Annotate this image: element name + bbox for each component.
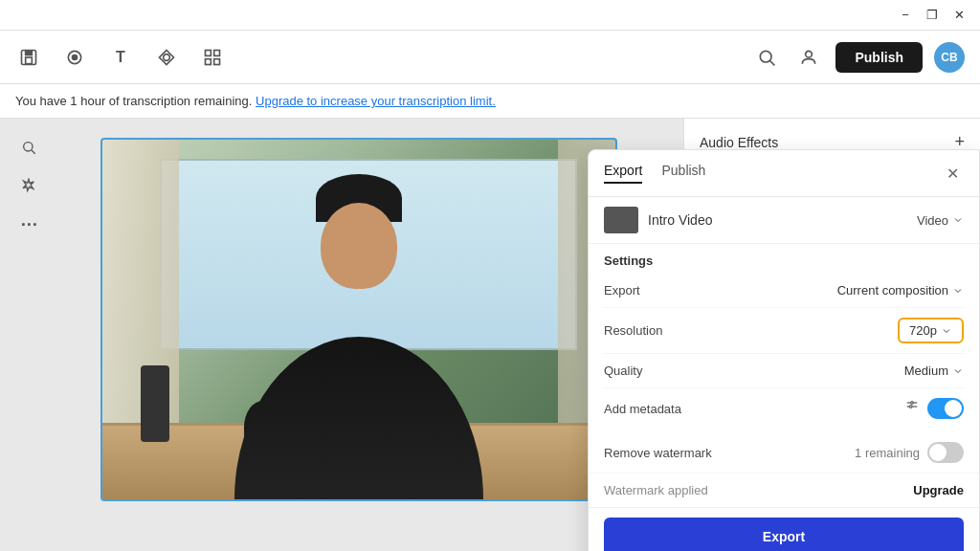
export-tabs: Export Publish [604, 163, 705, 184]
svg-rect-7 [214, 50, 220, 55]
video-thumbnail [604, 207, 638, 233]
quality-value: Medium [904, 364, 948, 378]
metadata-settings-icon[interactable] [904, 399, 920, 418]
video-item-row: Intro Video Video [589, 197, 979, 244]
video-item-name: Intro Video [648, 212, 712, 228]
watermark-applied-label: Watermark applied [604, 483, 708, 497]
svg-rect-6 [206, 50, 212, 55]
metadata-setting-row: Add metadata [604, 388, 964, 429]
minimize-button[interactable]: − [892, 2, 919, 29]
watermark-remaining: 1 remaining [855, 446, 920, 460]
watermark-value: 1 remaining [855, 442, 964, 463]
video-type-label: Video [917, 213, 948, 228]
search-icon[interactable] [751, 42, 782, 73]
quality-label: Quality [604, 364, 642, 378]
notification-bar: You have 1 hour of transcription remaini… [0, 84, 980, 119]
shapes-icon[interactable] [153, 44, 180, 71]
quality-dropdown[interactable]: Medium [904, 364, 964, 378]
main-content: You have 1 hour of transcription remaini… [0, 84, 980, 551]
resolution-label: Resolution [604, 323, 662, 338]
title-bar: − ❐ ✕ [0, 0, 980, 31]
export-setting-row: Export Current composition [604, 274, 964, 308]
close-button[interactable]: ✕ [946, 2, 972, 29]
svg-rect-9 [214, 58, 220, 64]
svg-rect-1 [25, 50, 33, 55]
svg-rect-2 [26, 57, 33, 64]
video-frame-wrapper [46, 130, 672, 509]
metadata-toggle[interactable] [927, 398, 964, 419]
resolution-setting-row: Resolution 720p [604, 308, 964, 354]
panel-close-button[interactable]: ✕ [941, 162, 964, 185]
export-panel-header: Export Publish ✕ [589, 150, 979, 197]
resolution-value: 720p [909, 323, 937, 338]
maximize-button[interactable]: ❐ [919, 2, 946, 29]
more-canvas-icon[interactable]: ⋯ [15, 210, 42, 237]
upgrade-button[interactable]: Upgrade [913, 483, 964, 497]
svg-point-13 [24, 143, 33, 151]
svg-point-10 [761, 51, 772, 62]
resolution-dropdown[interactable]: 720p [898, 318, 964, 343]
magic-canvas-icon[interactable] [15, 172, 42, 199]
settings-title: Settings [604, 253, 964, 268]
record-icon[interactable] [61, 44, 88, 71]
watermark-label: Remove watermark [604, 446, 712, 460]
text-icon[interactable]: T [107, 44, 134, 71]
watermark-row: Remove watermark 1 remaining [589, 432, 979, 474]
export-label: Export [604, 283, 640, 298]
export-value-dropdown[interactable]: Current composition [837, 283, 964, 298]
settings-section: Settings Export Current composition Reso… [589, 244, 979, 432]
svg-point-12 [806, 51, 813, 57]
publish-button[interactable]: Publish [835, 42, 923, 73]
save-icon[interactable] [15, 44, 42, 71]
person-head [321, 203, 397, 289]
watermark-applied-row: Watermark applied Upgrade [589, 474, 979, 508]
profile-icon[interactable] [793, 42, 824, 73]
svg-point-4 [72, 54, 78, 60]
grid-icon[interactable] [199, 44, 226, 71]
svg-line-11 [770, 60, 775, 65]
side-toolbar: ⋯ [11, 130, 46, 241]
svg-rect-8 [206, 58, 212, 64]
audio-effects-label: Audio Effects [700, 135, 778, 150]
main-toolbar: T Pu [0, 31, 980, 84]
lamp [141, 365, 169, 442]
tab-publish[interactable]: Publish [661, 163, 705, 184]
svg-point-30 [909, 406, 912, 408]
notification-text: You have 1 hour of transcription remaini… [15, 94, 252, 108]
metadata-label: Add metadata [604, 402, 681, 416]
toolbar-right: Publish CB [751, 42, 965, 73]
upgrade-link[interactable]: Upgrade to increase your transcription l… [256, 94, 496, 108]
svg-line-14 [32, 150, 35, 154]
tab-export[interactable]: Export [604, 163, 642, 184]
quality-setting-row: Quality Medium [604, 354, 964, 388]
video-content [102, 140, 615, 499]
video-item-left: Intro Video [604, 207, 712, 233]
export-panel: Export Publish ✕ Intro Video Video Setti… [588, 149, 980, 551]
toolbar-left: T [15, 44, 751, 71]
canvas-area: ⋯ [0, 119, 683, 551]
search-canvas-icon[interactable] [15, 134, 42, 161]
svg-point-5 [164, 54, 170, 60]
svg-point-27 [911, 402, 914, 405]
video-frame [100, 138, 617, 501]
video-type-dropdown[interactable]: Video [917, 213, 964, 228]
avatar[interactable]: CB [934, 42, 965, 73]
watermark-toggle[interactable] [927, 442, 964, 463]
export-button[interactable]: Export [604, 518, 964, 551]
export-value-text: Current composition [837, 283, 948, 298]
